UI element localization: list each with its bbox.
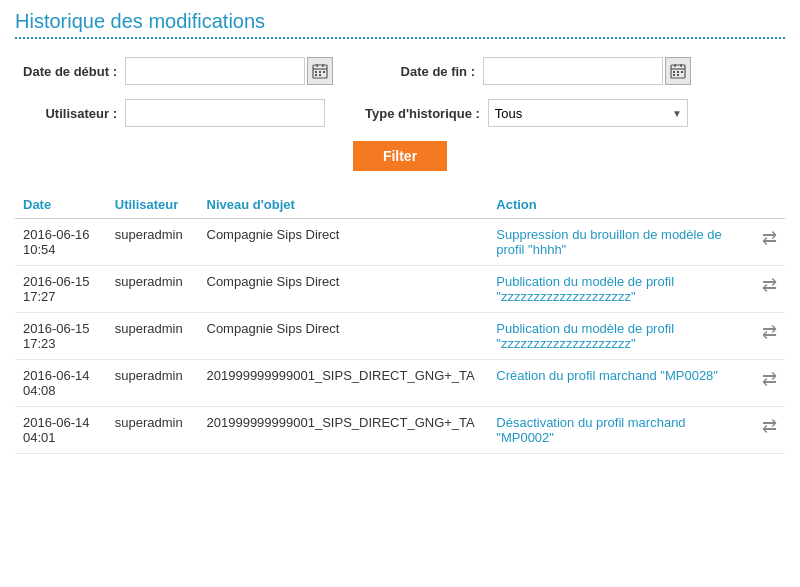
filter-section: Date de début : Date de fin : [15, 57, 785, 171]
date-fin-calendar-button[interactable] [665, 57, 691, 85]
utilisateur-input[interactable] [125, 99, 325, 127]
date-fin-input[interactable] [483, 57, 663, 85]
svg-rect-17 [677, 74, 679, 76]
utilisateur-label: Utilisateur : [15, 106, 125, 121]
cell-date: 2016-06-14 04:01 [15, 407, 107, 454]
table-row: 2016-06-14 04:01superadmin20199999999900… [15, 407, 785, 454]
cell-date: 2016-06-15 17:27 [15, 266, 107, 313]
cell-swap-icon[interactable]: ⇄ [753, 360, 785, 407]
table-row: 2016-06-15 17:23superadminCompagnie Sips… [15, 313, 785, 360]
swap-icon[interactable]: ⇄ [762, 228, 777, 248]
svg-rect-7 [315, 74, 317, 76]
cell-utilisateur: superadmin [107, 360, 199, 407]
calendar-fin-icon [670, 63, 686, 79]
type-historique-group: Type d'historique : Tous Création Modifi… [365, 99, 688, 127]
cell-swap-icon[interactable]: ⇄ [753, 313, 785, 360]
table-header-row: Date Utilisateur Niveau d'objet Action [15, 191, 785, 219]
date-fin-label: Date de fin : [373, 64, 483, 79]
filter-btn-row: Filter [15, 141, 785, 171]
cell-swap-icon[interactable]: ⇄ [753, 266, 785, 313]
header-utilisateur: Utilisateur [107, 191, 199, 219]
cell-action: Suppression du brouillon de modèle de pr… [488, 219, 753, 266]
date-debut-input[interactable] [125, 57, 305, 85]
table-row: 2016-06-16 10:54superadminCompagnie Sips… [15, 219, 785, 266]
cell-date: 2016-06-14 04:08 [15, 360, 107, 407]
cell-niveau-objet: 201999999999001_SIPS_DIRECT_GNG+_TA [199, 360, 489, 407]
cell-date: 2016-06-16 10:54 [15, 219, 107, 266]
svg-rect-5 [319, 71, 321, 73]
date-debut-calendar-button[interactable] [307, 57, 333, 85]
cell-niveau-objet: Compagnie Sips Direct [199, 219, 489, 266]
cell-utilisateur: superadmin [107, 313, 199, 360]
table-row: 2016-06-14 04:08superadmin20199999999900… [15, 360, 785, 407]
cell-action: Publication du modèle de profil "zzzzzzz… [488, 313, 753, 360]
header-date: Date [15, 191, 107, 219]
cell-swap-icon[interactable]: ⇄ [753, 219, 785, 266]
cell-utilisateur: superadmin [107, 407, 199, 454]
header-icon [753, 191, 785, 219]
header-niveau-objet: Niveau d'objet [199, 191, 489, 219]
svg-rect-8 [319, 74, 321, 76]
svg-rect-4 [315, 71, 317, 73]
svg-rect-14 [677, 71, 679, 73]
cell-date: 2016-06-15 17:23 [15, 313, 107, 360]
swap-icon[interactable]: ⇄ [762, 416, 777, 436]
filter-row-user-type: Utilisateur : Type d'historique : Tous C… [15, 99, 785, 127]
page-container: Historique des modifications Date de déb… [0, 0, 800, 474]
cell-action: Désactivation du profil marchand "MP0002… [488, 407, 753, 454]
page-title: Historique des modifications [15, 10, 785, 33]
cell-action: Publication du modèle de profil "zzzzzzz… [488, 266, 753, 313]
cell-swap-icon[interactable]: ⇄ [753, 407, 785, 454]
svg-rect-15 [681, 71, 683, 73]
swap-icon[interactable]: ⇄ [762, 322, 777, 342]
svg-rect-13 [673, 71, 675, 73]
filter-row-dates: Date de début : Date de fin : [15, 57, 785, 85]
title-divider [15, 37, 785, 39]
cell-utilisateur: superadmin [107, 219, 199, 266]
date-debut-label: Date de début : [15, 64, 125, 79]
cell-utilisateur: superadmin [107, 266, 199, 313]
cell-action: Création du profil marchand "MP0028" [488, 360, 753, 407]
type-historique-select[interactable]: Tous Création Modification Suppression P… [488, 99, 688, 127]
date-fin-group: Date de fin : [373, 57, 691, 85]
cell-niveau-objet: Compagnie Sips Direct [199, 313, 489, 360]
type-historique-select-wrapper: Tous Création Modification Suppression P… [488, 99, 688, 127]
svg-rect-6 [323, 71, 325, 73]
cell-niveau-objet: Compagnie Sips Direct [199, 266, 489, 313]
svg-rect-16 [673, 74, 675, 76]
cell-niveau-objet: 201999999999001_SIPS_DIRECT_GNG+_TA [199, 407, 489, 454]
table-row: 2016-06-15 17:27superadminCompagnie Sips… [15, 266, 785, 313]
history-table: Date Utilisateur Niveau d'objet Action 2… [15, 191, 785, 454]
header-action: Action [488, 191, 753, 219]
swap-icon[interactable]: ⇄ [762, 369, 777, 389]
swap-icon[interactable]: ⇄ [762, 275, 777, 295]
type-historique-label: Type d'historique : [365, 106, 488, 121]
calendar-debut-icon [312, 63, 328, 79]
filter-button[interactable]: Filter [353, 141, 447, 171]
